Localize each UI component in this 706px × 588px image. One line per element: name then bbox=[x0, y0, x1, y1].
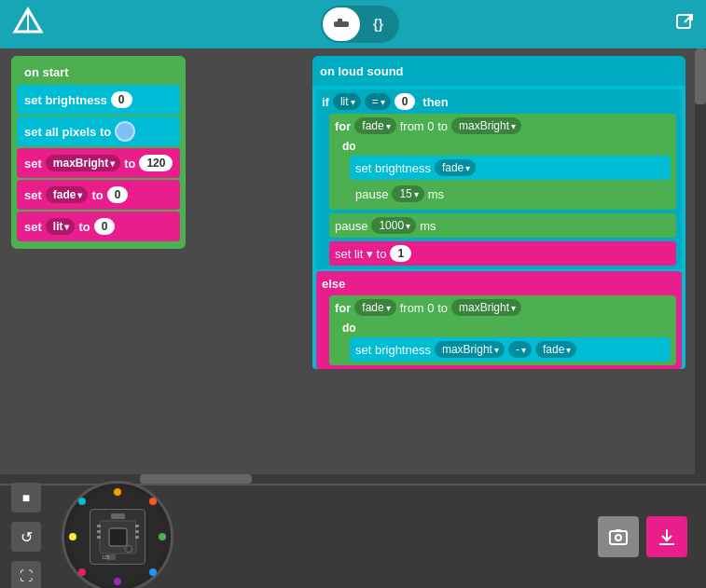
fade-dropdown-4[interactable]: fade bbox=[354, 299, 395, 316]
maxbright-dropdown[interactable]: maxBright bbox=[46, 155, 120, 171]
pause-1000-dropdown[interactable]: 1000 bbox=[371, 217, 416, 234]
led-3 bbox=[159, 533, 166, 540]
svg-rect-22 bbox=[616, 529, 621, 532]
set-maxbright-block: set maxBright to 120 bbox=[17, 148, 180, 178]
on-start-header: on start bbox=[17, 62, 180, 83]
fullscreen-button[interactable]: ⛶ bbox=[11, 561, 41, 588]
stop-button[interactable]: ■ bbox=[11, 483, 41, 513]
for-block-2: for fade from 0 to maxBright do set bbox=[329, 295, 676, 365]
svg-rect-12 bbox=[97, 536, 101, 539]
svg-rect-4 bbox=[338, 19, 342, 22]
on-loud-sound-group: on loud sound if lit = 0 then bbox=[312, 56, 685, 371]
on-loud-sound-header: on loud sound bbox=[312, 56, 685, 86]
svg-point-19 bbox=[127, 547, 131, 551]
svg-rect-20 bbox=[610, 531, 627, 544]
refresh-button[interactable]: ↺ bbox=[11, 522, 41, 552]
vertical-scrollbar-thumb[interactable] bbox=[695, 48, 706, 104]
fade-dropdown-5[interactable]: fade bbox=[535, 341, 576, 358]
on-loud-sound-label: on loud sound bbox=[320, 64, 404, 78]
do-label-1: do bbox=[342, 137, 671, 154]
horizontal-scrollbar-thumb[interactable] bbox=[140, 474, 252, 484]
svg-rect-13 bbox=[135, 525, 139, 527]
block-canvas: on start set brightness 0 set all pixels… bbox=[0, 48, 706, 484]
center-tabs: {} bbox=[321, 6, 399, 43]
svg-rect-9 bbox=[109, 528, 127, 546]
if-block: if lit = 0 then for fade from 0 to maxBr… bbox=[316, 89, 682, 269]
maxbright-val-dropdown[interactable]: maxBright bbox=[435, 341, 505, 358]
on-start-label: on start bbox=[24, 65, 69, 79]
right-sim-controls bbox=[598, 516, 687, 557]
lit-dropdown-2[interactable]: lit bbox=[333, 93, 361, 110]
led-6 bbox=[78, 568, 86, 576]
svg-text:125: 125 bbox=[102, 554, 110, 560]
svg-rect-15 bbox=[135, 536, 139, 539]
minus-dropdown[interactable]: - bbox=[508, 341, 532, 358]
svg-rect-7 bbox=[111, 513, 125, 519]
led-7 bbox=[69, 533, 76, 540]
pause-15-block: pause 15 ms bbox=[350, 182, 671, 206]
workspace: on start set brightness 0 set all pixels… bbox=[0, 48, 706, 484]
lit-dropdown-1[interactable]: lit bbox=[46, 218, 76, 235]
led-4 bbox=[149, 568, 157, 576]
circuit-inner: 125 bbox=[90, 509, 145, 565]
on-start-group: on start set brightness 0 set all pixels… bbox=[11, 56, 186, 249]
set-all-pixels-block: set all pixels to bbox=[17, 116, 180, 146]
fade-dropdown-1[interactable]: fade bbox=[46, 186, 89, 203]
set-lit-1-block: set lit ▾ to 1 bbox=[329, 241, 676, 266]
logo[interactable] bbox=[11, 6, 45, 43]
set-fade-block: set fade to 0 bbox=[17, 180, 180, 210]
fade-dropdown-2[interactable]: fade bbox=[354, 117, 395, 134]
sim-controls-left: ■ ↺ ⛶ bbox=[0, 475, 52, 588]
tab-javascript[interactable]: {} bbox=[360, 7, 397, 41]
led-5 bbox=[114, 578, 121, 585]
else-label: else bbox=[322, 277, 345, 291]
set-brightness-block: set brightness 0 bbox=[17, 85, 180, 115]
svg-rect-11 bbox=[97, 530, 101, 533]
circuit-board-sim: 125 bbox=[62, 481, 173, 588]
led-2 bbox=[149, 498, 157, 505]
download-button[interactable] bbox=[646, 516, 687, 557]
header: {} bbox=[0, 0, 706, 48]
screenshot-button[interactable] bbox=[598, 516, 639, 557]
svg-rect-10 bbox=[97, 525, 101, 527]
for-block-1: for fade from 0 to maxBright do set brig… bbox=[329, 114, 676, 210]
equals-dropdown[interactable]: = bbox=[365, 93, 391, 110]
export-button[interactable] bbox=[674, 12, 695, 37]
fade-dropdown-3[interactable]: fade bbox=[435, 159, 476, 176]
maxbright-dropdown-3[interactable]: maxBright bbox=[451, 299, 521, 316]
vertical-scrollbar-track bbox=[695, 48, 706, 484]
color-picker[interactable] bbox=[115, 121, 135, 142]
led-1 bbox=[114, 488, 121, 496]
pause-1000-block: pause 1000 ms bbox=[329, 213, 676, 238]
then-label: then bbox=[422, 95, 448, 109]
maxbright-dropdown-2[interactable]: maxBright bbox=[451, 117, 521, 134]
bottom-panel: ■ ↺ ⛶ bbox=[0, 484, 706, 588]
set-lit-block: set lit to 0 bbox=[17, 212, 180, 241]
led-8 bbox=[78, 498, 86, 505]
set-brightness-fade-block: set brightness fade bbox=[350, 156, 671, 180]
svg-rect-5 bbox=[677, 15, 690, 28]
else-block: else for fade from 0 to maxBright do bbox=[316, 271, 682, 369]
pause-15-dropdown[interactable]: 15 bbox=[392, 185, 423, 202]
set-brightness-maxbright-fade-block: set brightness maxBright - fade bbox=[350, 337, 671, 362]
tab-blocks[interactable] bbox=[323, 7, 360, 41]
svg-rect-14 bbox=[135, 530, 139, 533]
svg-point-21 bbox=[616, 535, 621, 540]
